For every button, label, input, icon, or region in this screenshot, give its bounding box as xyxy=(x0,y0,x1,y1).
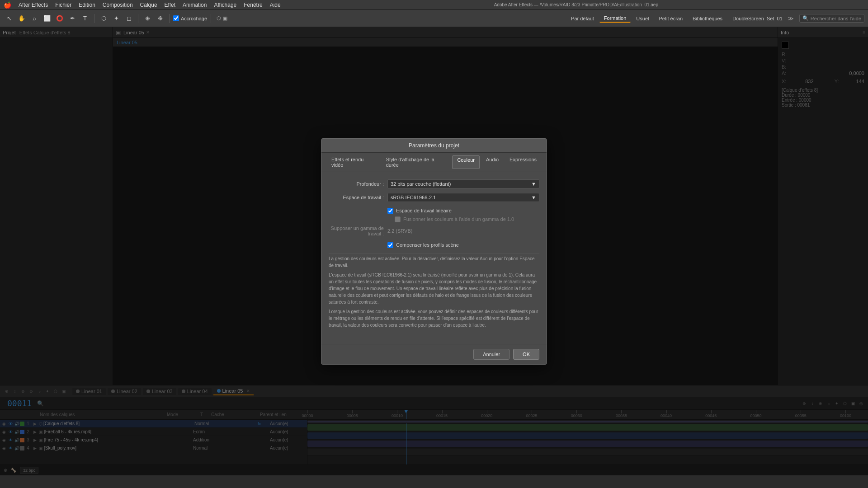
menu-aide[interactable]: Aide xyxy=(270,2,281,8)
separator-1 xyxy=(94,14,94,23)
compenser-section: Compenser les profils scène xyxy=(329,241,539,249)
search-bar[interactable]: 🔍 Rechercher dans l'aide xyxy=(799,14,864,23)
workspace-icons: ⬡ ▣ xyxy=(217,15,227,21)
cancel-button[interactable]: Annuler xyxy=(473,349,509,360)
separator-4 xyxy=(211,14,211,23)
dialog-title-bar: Paramètres du projet xyxy=(321,139,547,153)
tool-mask-ellipse[interactable]: ⭕ xyxy=(54,13,65,24)
tool-stamp[interactable]: ✦ xyxy=(111,13,122,24)
menu-animation[interactable]: Animation xyxy=(183,2,207,8)
ws-par-defaut[interactable]: Par défaut xyxy=(566,15,599,22)
profondeur-select[interactable]: 32 bits par couche (flottant) ▼ xyxy=(387,179,539,188)
ws-usuel[interactable]: Usuel xyxy=(632,15,653,22)
workspace-tabs: Par défaut Formation Usuel Petit écran B… xyxy=(566,14,794,23)
separator-2 xyxy=(138,14,138,23)
espace-travail-control: sRGB IEC61966-2.1 ▼ xyxy=(387,193,539,202)
ws-bibliotheques[interactable]: Bibliothèques xyxy=(688,15,727,22)
dialog-overlay: Paramètres du projet Effets et rendu vid… xyxy=(0,27,868,475)
desc-text-1: La gestion des couleurs est activée. Pou… xyxy=(329,255,539,269)
dialog-tab-affichage[interactable]: Style d'affichage de la durée xyxy=(382,155,451,169)
profondeur-label: Profondeur : xyxy=(329,181,387,187)
gamma-row: Supposer un gamma de travail : 2.2 (SRVB… xyxy=(329,225,539,236)
fusionner-checkbox[interactable] xyxy=(395,216,401,222)
menu-calque[interactable]: Calque xyxy=(140,2,157,8)
ws-formation[interactable]: Formation xyxy=(599,14,631,23)
menu-composition[interactable]: Composition xyxy=(103,2,133,8)
menu-bar: 🍎 After Effects Fichier Edition Composit… xyxy=(0,0,868,10)
dialog-tab-audio[interactable]: Audio xyxy=(481,155,503,169)
compenser-row: Compenser les profils scène xyxy=(387,241,539,249)
tool-select[interactable]: ↖ xyxy=(4,13,14,24)
espace-travail-select[interactable]: sRGB IEC61966-2.1 ▼ xyxy=(387,193,539,202)
fusionner-row: Fusionner les couleurs à l'aide d'un gam… xyxy=(387,215,539,224)
menu-effet[interactable]: Effet xyxy=(165,2,175,8)
ws-petit-ecran[interactable]: Petit écran xyxy=(654,15,687,22)
dialog-tab-effets[interactable]: Effets et rendu vidéo xyxy=(327,155,380,169)
espace-travail-row: Espace de travail : sRGB IEC61966-2.1 ▼ xyxy=(329,193,539,202)
project-settings-dialog: Paramètres du projet Effets et rendu vid… xyxy=(321,138,547,365)
tool-mask-rect[interactable]: ⬜ xyxy=(42,13,52,24)
dialog-tabs: Effets et rendu vidéo Style d'affichage … xyxy=(321,153,547,172)
description-section: La gestion des couleurs est activée. Pou… xyxy=(329,253,539,333)
tool-text[interactable]: T xyxy=(80,13,90,24)
ws-more[interactable]: ≫ xyxy=(788,15,794,22)
profondeur-control: 32 bits par couche (flottant) ▼ xyxy=(387,179,539,188)
tool-zoom[interactable]: ⌕ xyxy=(29,13,40,24)
ws-doublescreen[interactable]: DoubleScreen_Set_01 xyxy=(728,15,787,22)
search-icon: 🔍 xyxy=(802,15,809,21)
espace-travail-label: Espace de travail : xyxy=(329,195,387,200)
tool-puppet[interactable]: ❉ xyxy=(155,13,165,24)
main-layout: Projet Effets Calque d'effets 8 ▣ Linear… xyxy=(0,27,868,475)
toolbar: ↖ ✋ ⌕ ⬜ ⭕ ✒ T ⬡ ✦ ◻ ⊕ ❉ Accrochage ⬡ ▣ P… xyxy=(0,10,868,27)
accrochage-checkbox[interactable] xyxy=(173,15,179,21)
espace-lineaire-label: Espace de travail linéaire xyxy=(396,208,452,213)
menu-aftereffects[interactable]: After Effects xyxy=(19,2,48,8)
tool-hand[interactable]: ✋ xyxy=(16,13,27,24)
compenser-checkbox[interactable] xyxy=(387,242,393,248)
dialog-buttons: Annuler OK xyxy=(321,344,547,364)
dialog-tab-couleur[interactable]: Couleur xyxy=(452,155,480,169)
desc-text-2: L'espace de travail (sRGB IEC61966-2.1) … xyxy=(329,272,539,305)
tool-eraser[interactable]: ◻ xyxy=(123,13,134,24)
dialog-title: Paramètres du projet xyxy=(409,142,459,149)
menu-affichage[interactable]: Affichage xyxy=(214,2,236,8)
tool-roto[interactable]: ⊕ xyxy=(142,13,153,24)
tool-pen[interactable]: ✒ xyxy=(67,13,78,24)
menu-fichier[interactable]: Fichier xyxy=(55,2,71,8)
ok-button[interactable]: OK xyxy=(513,349,539,360)
gamma-label: Supposer un gamma de travail : xyxy=(329,225,387,236)
dialog-tab-expressions[interactable]: Expressions xyxy=(505,155,541,169)
checkboxes-section: Espace de travail linéaire Fusionner les… xyxy=(329,206,539,224)
gamma-control: 2.2 (SRVB) xyxy=(387,228,539,234)
separator-3 xyxy=(169,14,170,23)
accrochage-label: Accrochage xyxy=(173,15,207,21)
apple-menu[interactable]: 🍎 xyxy=(4,1,11,9)
fusionner-label: Fusionner les couleurs à l'aide d'un gam… xyxy=(403,216,514,222)
app-title: Adobe After Effects — /Volumes/RAID 8/23… xyxy=(288,2,864,7)
dialog-content: Profondeur : 32 bits par couche (flottan… xyxy=(321,172,547,344)
espace-lineaire-row: Espace de travail linéaire xyxy=(387,206,539,215)
espace-lineaire-checkbox[interactable] xyxy=(387,208,393,214)
profondeur-row: Profondeur : 32 bits par couche (flottan… xyxy=(329,179,539,188)
compenser-label: Compenser les profils scène xyxy=(396,242,459,248)
tool-brush[interactable]: ⬡ xyxy=(98,13,109,24)
gamma-value: 2.2 (SRVB) xyxy=(387,228,412,234)
menu-fenetre[interactable]: Fenêtre xyxy=(244,2,262,8)
search-placeholder: Rechercher dans l'aide xyxy=(811,16,861,21)
desc-text-3: Lorsque la gestion des couleurs est acti… xyxy=(329,308,539,328)
menu-edition[interactable]: Edition xyxy=(79,2,95,8)
